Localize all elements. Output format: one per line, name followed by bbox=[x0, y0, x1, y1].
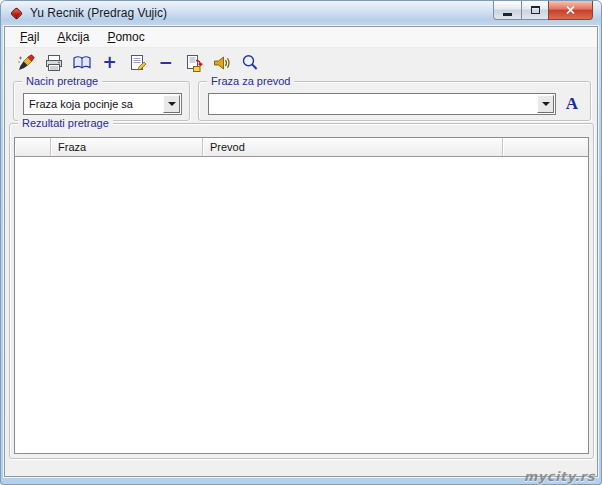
app-icon bbox=[10, 7, 23, 20]
client-area: Fajl Akcija Pomoc bbox=[4, 26, 598, 477]
chevron-down-icon bbox=[168, 102, 176, 106]
maximize-icon bbox=[531, 6, 540, 14]
phrase-dropdown-button[interactable] bbox=[537, 95, 554, 113]
menu-item-fajl[interactable]: Fajl bbox=[11, 28, 48, 47]
search-mode-select[interactable]: Fraza koja pocinje sa bbox=[23, 93, 182, 115]
speak-button[interactable] bbox=[210, 51, 233, 74]
search-mode-label: Nacin pretrage bbox=[22, 74, 102, 88]
close-button[interactable] bbox=[548, 1, 593, 20]
add-button[interactable]: + bbox=[98, 51, 121, 74]
results-group-label: Rezultati pretrage bbox=[18, 116, 113, 130]
add-icon: + bbox=[102, 54, 116, 71]
remove-button[interactable]: − bbox=[154, 51, 177, 74]
toolbar: + − bbox=[5, 49, 597, 76]
speaker-icon bbox=[212, 53, 232, 73]
phrase-combo[interactable] bbox=[208, 93, 556, 115]
column-header-prevod[interactable]: Prevod bbox=[203, 138, 503, 156]
results-group: Rezultati pretrage Fraza Prevod bbox=[9, 123, 594, 459]
minimize-button[interactable] bbox=[493, 1, 522, 20]
phrase-group: Fraza za prevod A bbox=[198, 81, 591, 121]
results-list: Fraza Prevod bbox=[14, 137, 589, 454]
remove-icon: − bbox=[158, 54, 172, 71]
save-export-icon bbox=[184, 53, 204, 73]
edit-pen-icon bbox=[16, 53, 36, 73]
maximize-button[interactable] bbox=[521, 1, 549, 20]
search-mode-group: Nacin pretrage Fraza koja pocinje sa bbox=[13, 81, 190, 121]
close-icon bbox=[566, 6, 575, 14]
notepad-edit-icon bbox=[128, 53, 148, 73]
window-controls bbox=[494, 1, 593, 20]
print-button[interactable] bbox=[42, 51, 65, 74]
menu-bar: Fajl Akcija Pomoc bbox=[5, 27, 597, 48]
titlebar[interactable]: Yu Recnik (Predrag Vujic) bbox=[1, 1, 601, 26]
save-export-button[interactable] bbox=[182, 51, 205, 74]
search-button[interactable] bbox=[238, 51, 261, 74]
column-header-index[interactable] bbox=[15, 138, 51, 156]
column-header-extra[interactable] bbox=[503, 138, 588, 156]
phrase-group-label: Fraza za prevod bbox=[207, 74, 294, 88]
printer-icon bbox=[44, 53, 64, 73]
dictionary-button[interactable] bbox=[70, 51, 93, 74]
edit-button[interactable] bbox=[14, 51, 37, 74]
column-header-fraza[interactable]: Fraza bbox=[51, 138, 203, 156]
search-icon bbox=[240, 53, 260, 73]
watermark: mycity.rs bbox=[524, 469, 595, 484]
font-button[interactable]: A bbox=[561, 93, 583, 115]
edit-entry-button[interactable] bbox=[126, 51, 149, 74]
menu-item-akcija[interactable]: Akcija bbox=[48, 28, 98, 47]
search-mode-value: Fraza koja pocinje sa bbox=[24, 98, 162, 110]
results-header: Fraza Prevod bbox=[15, 138, 588, 157]
minimize-icon bbox=[503, 13, 512, 16]
app-window: Yu Recnik (Predrag Vujic) Fajl Akcija Po… bbox=[0, 0, 602, 485]
window-title: Yu Recnik (Predrag Vujic) bbox=[30, 6, 167, 20]
phrase-input[interactable] bbox=[209, 94, 536, 114]
open-book-icon bbox=[72, 53, 92, 73]
search-mode-dropdown-button[interactable] bbox=[163, 95, 180, 113]
chevron-down-icon bbox=[542, 102, 550, 106]
results-body[interactable] bbox=[15, 157, 588, 453]
menu-item-pomoc[interactable]: Pomoc bbox=[98, 28, 153, 47]
